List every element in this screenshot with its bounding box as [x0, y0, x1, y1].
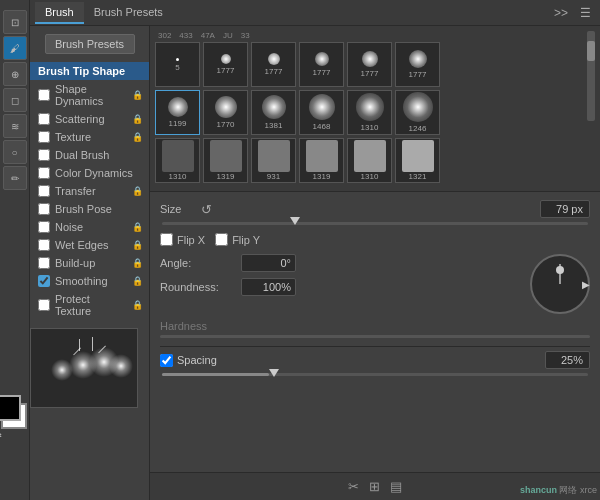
spacing-label[interactable]: Spacing [160, 354, 217, 367]
lock-shape-dynamics: 🔒 [132, 90, 143, 100]
expand-icon[interactable]: >> [550, 4, 572, 22]
size-value[interactable]: 79 px [540, 200, 590, 218]
brush-cell-1777-d[interactable]: 1777 [347, 42, 392, 87]
menu-icon[interactable]: ☰ [576, 4, 595, 22]
fg-swatch[interactable] [0, 395, 21, 421]
brush-cell-1468[interactable]: 1468 [299, 90, 344, 135]
brush-cell-1310-b[interactable]: 1310 [155, 138, 200, 183]
spacing-value[interactable]: 25% [545, 351, 590, 369]
brush-tip-shape-header[interactable]: Brush Tip Shape [30, 62, 149, 80]
roundness-value[interactable]: 100% [241, 278, 296, 296]
checkbox-build-up[interactable] [38, 257, 50, 269]
spacing-slider-container [160, 373, 590, 376]
tool-brush[interactable]: 🖌 [3, 36, 27, 60]
option-brush-pose[interactable]: Brush Pose [30, 200, 149, 218]
flip-y-label[interactable]: Flip Y [215, 233, 260, 246]
sparkle-4 [109, 354, 133, 378]
shape-dynamics-label: Shape Dynamics [55, 83, 127, 107]
size-slider-thumb[interactable] [290, 217, 300, 225]
size-slider[interactable] [162, 222, 588, 225]
flip-y-checkbox[interactable] [215, 233, 228, 246]
option-smoothing[interactable]: Smoothing 🔒 [30, 272, 149, 290]
bottom-icon-cut[interactable]: ✂ [348, 479, 359, 494]
brush-presets-button[interactable]: Brush Presets [45, 34, 135, 54]
tab-bar: Brush Brush Presets >> ☰ [30, 0, 600, 26]
right-panel: 302 433 47A JU 33 5 [150, 26, 600, 500]
brush-options-panel: Brush Presets Brush Tip Shape Shape Dyna… [30, 26, 150, 500]
checkbox-noise[interactable] [38, 221, 50, 233]
scroll-thumb[interactable] [587, 41, 595, 61]
lock-texture: 🔒 [132, 132, 143, 142]
brush-grid-scroll: 302 433 47A JU 33 5 [155, 31, 595, 186]
brush-cell-1777-c[interactable]: 1777 [299, 42, 344, 87]
brush-cell-1319-a[interactable]: 1319 [203, 138, 248, 183]
tab-brush-presets[interactable]: Brush Presets [84, 2, 173, 24]
checkbox-color-dynamics[interactable] [38, 167, 50, 179]
spacing-slider[interactable] [162, 373, 588, 376]
tab-icons: >> ☰ [550, 4, 595, 22]
lock-transfer: 🔒 [132, 186, 143, 196]
checkbox-texture[interactable] [38, 131, 50, 143]
spacing-slider-fill [162, 373, 269, 376]
checkbox-smoothing[interactable] [38, 275, 50, 287]
brush-cell-1777-a[interactable]: 1777 [203, 42, 248, 87]
brush-cell-1770[interactable]: 1770 [203, 90, 248, 135]
flip-x-checkbox[interactable] [160, 233, 173, 246]
spacing-checkbox[interactable] [160, 354, 173, 367]
lock-wet-edges: 🔒 [132, 240, 143, 250]
swatch-reset[interactable]: ⇄ [0, 431, 2, 440]
option-noise[interactable]: Noise 🔒 [30, 218, 149, 236]
checkbox-transfer[interactable] [38, 185, 50, 197]
option-transfer[interactable]: Transfer 🔒 [30, 182, 149, 200]
size-reset-button[interactable]: ↺ [201, 202, 212, 217]
angle-value[interactable]: 0° [241, 254, 296, 272]
spacing-slider-thumb[interactable] [269, 369, 279, 377]
tab-brush[interactable]: Brush [35, 2, 84, 24]
option-color-dynamics[interactable]: Color Dynamics [30, 164, 149, 182]
hardness-section: Hardness [160, 320, 590, 338]
bottom-icon-grid[interactable]: ⊞ [369, 479, 380, 494]
brush-cell-1777-e[interactable]: 1777 [395, 42, 440, 87]
tool-stamp[interactable]: ⊕ [3, 62, 27, 86]
tool-pen[interactable]: ✏ [3, 166, 27, 190]
angle-dial[interactable]: ▶ [530, 254, 590, 314]
brush-cell-1310-c[interactable]: 1310 [347, 138, 392, 183]
option-wet-edges[interactable]: Wet Edges 🔒 [30, 236, 149, 254]
flip-x-label[interactable]: Flip X [160, 233, 205, 246]
tool-smudge[interactable]: ≋ [3, 114, 27, 138]
settings-area: Size ↺ 79 px Flip X [150, 192, 600, 472]
dial-handle[interactable] [556, 266, 564, 274]
brush-cell-1199[interactable]: 1199 [155, 90, 200, 135]
option-scattering[interactable]: Scattering 🔒 [30, 110, 149, 128]
brush-cell-1777-b[interactable]: 1777 [251, 42, 296, 87]
bottom-icon-list[interactable]: ▤ [390, 479, 402, 494]
checkbox-shape-dynamics[interactable] [38, 89, 50, 101]
option-texture[interactable]: Texture 🔒 [30, 128, 149, 146]
flip-row: Flip X Flip Y [160, 233, 590, 246]
option-dual-brush[interactable]: Dual Brush [30, 146, 149, 164]
build-up-label: Build-up [55, 257, 95, 269]
brush-cell-1321[interactable]: 1321 [395, 138, 440, 183]
brush-cell-5[interactable]: 5 [155, 42, 200, 87]
option-protect-texture[interactable]: Protect Texture 🔒 [30, 290, 149, 320]
tool-crop[interactable]: ⊡ [3, 10, 27, 34]
option-build-up[interactable]: Build-up 🔒 [30, 254, 149, 272]
option-shape-dynamics[interactable]: Shape Dynamics 🔒 [30, 80, 149, 110]
brush-cell-1246[interactable]: 1246 [395, 90, 440, 135]
checkbox-dual-brush[interactable] [38, 149, 50, 161]
hardness-slider[interactable] [160, 335, 590, 338]
angle-row: Angle: 0° [160, 254, 520, 272]
brush-cell-1310-a[interactable]: 1310 [347, 90, 392, 135]
brush-cell-1381[interactable]: 1381 [251, 90, 296, 135]
watermark-brand: shancun [520, 485, 557, 495]
brush-cell-931[interactable]: 931 [251, 138, 296, 183]
brush-grid-content: 302 433 47A JU 33 5 [155, 31, 585, 186]
checkbox-brush-pose[interactable] [38, 203, 50, 215]
checkbox-wet-edges[interactable] [38, 239, 50, 251]
tool-dodge[interactable]: ○ [3, 140, 27, 164]
tool-eraser[interactable]: ◻ [3, 88, 27, 112]
checkbox-scattering[interactable] [38, 113, 50, 125]
brush-cell-1319-b[interactable]: 1319 [299, 138, 344, 183]
brush-grid-scrollbar[interactable] [587, 31, 595, 121]
checkbox-protect-texture[interactable] [38, 299, 50, 311]
